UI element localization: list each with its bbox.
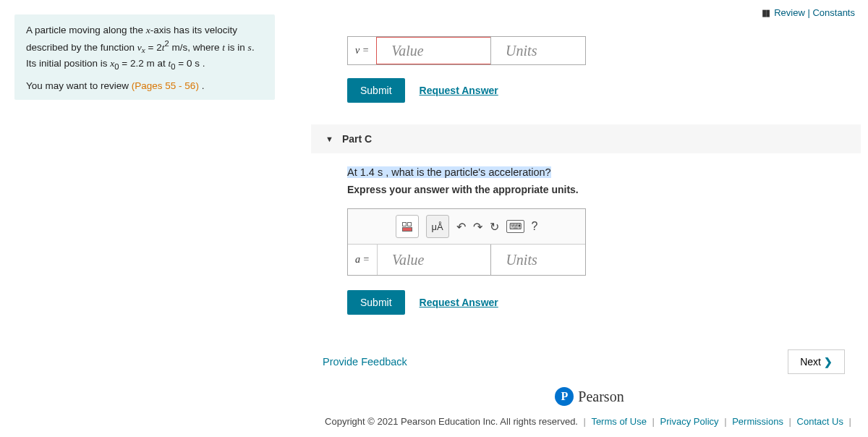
contact-link[interactable]: Contact Us <box>797 416 843 427</box>
value-input[interactable]: Value <box>376 37 491 64</box>
permissions-link[interactable]: Permissions <box>732 416 783 427</box>
partc-value-input[interactable]: Value <box>378 245 491 275</box>
part-c-header[interactable]: ▼ Part C <box>311 124 861 153</box>
problem-text: A particle moving along the <box>26 25 146 35</box>
left-panel: A particle moving along the x-axis has i… <box>0 0 289 437</box>
answer-box: μÅ ↶ ↷ ↻ ⌨ ? a = Value Units <box>347 208 586 276</box>
partc-submit-button[interactable]: Submit <box>347 290 405 315</box>
templates-button[interactable] <box>396 215 419 238</box>
constants-link[interactable]: Constants <box>812 7 855 18</box>
undo-icon[interactable]: ↶ <box>456 220 466 234</box>
toolbar: μÅ ↶ ↷ ↻ ⌨ ? <box>348 209 585 245</box>
footer: Copyright © 2021 Pearson Education Inc. … <box>318 416 861 427</box>
submit-button[interactable]: Submit <box>347 78 405 103</box>
caret-down-icon: ▼ <box>326 135 333 143</box>
redo-icon[interactable]: ↷ <box>473 220 482 234</box>
review-link[interactable]: Review <box>774 7 805 18</box>
request-answer-link[interactable]: Request Answer <box>420 85 498 96</box>
reset-icon[interactable]: ↻ <box>490 220 499 234</box>
symbols-button[interactable]: μÅ <box>426 215 449 238</box>
pearson-logo: PPearson <box>318 387 861 406</box>
flag-icon: ▮▮ <box>762 7 769 18</box>
part-c-label: Part C <box>342 133 372 145</box>
right-panel: ▮▮ Review | Constants v = Value Units Su… <box>289 0 868 437</box>
review-hint: You may want to review (Pages 55 - 56) . <box>26 80 263 91</box>
instruction-text: Express your answer with the appropriate… <box>347 184 861 195</box>
partb-input-row: v = Value Units <box>347 36 586 65</box>
provide-feedback-link[interactable]: Provide Feedback <box>323 356 407 368</box>
terms-link[interactable]: Terms of Use <box>591 416 647 427</box>
v-label: v = <box>348 37 377 64</box>
chevron-right-icon: ❯ <box>824 356 833 368</box>
problem-statement: A particle moving along the x-axis has i… <box>14 14 275 100</box>
a-label: a = <box>348 245 378 275</box>
partc-units-input[interactable]: Units <box>491 245 585 275</box>
help-icon[interactable]: ? <box>532 220 538 233</box>
units-input[interactable]: Units <box>490 37 585 64</box>
question-text: At 1.4 s , what is the particle's accele… <box>347 166 861 178</box>
pearson-p-icon: P <box>555 387 574 406</box>
privacy-link[interactable]: Privacy Policy <box>660 416 719 427</box>
pages-link[interactable]: (Pages 55 - 56) <box>132 80 199 91</box>
top-links: ▮▮ Review | Constants <box>762 7 855 18</box>
next-button[interactable]: Next ❯ <box>788 349 845 374</box>
partc-request-answer-link[interactable]: Request Answer <box>420 297 498 308</box>
keyboard-icon[interactable]: ⌨ <box>506 220 524 233</box>
copyright-text: Copyright © 2021 Pearson Education Inc. … <box>325 416 578 427</box>
